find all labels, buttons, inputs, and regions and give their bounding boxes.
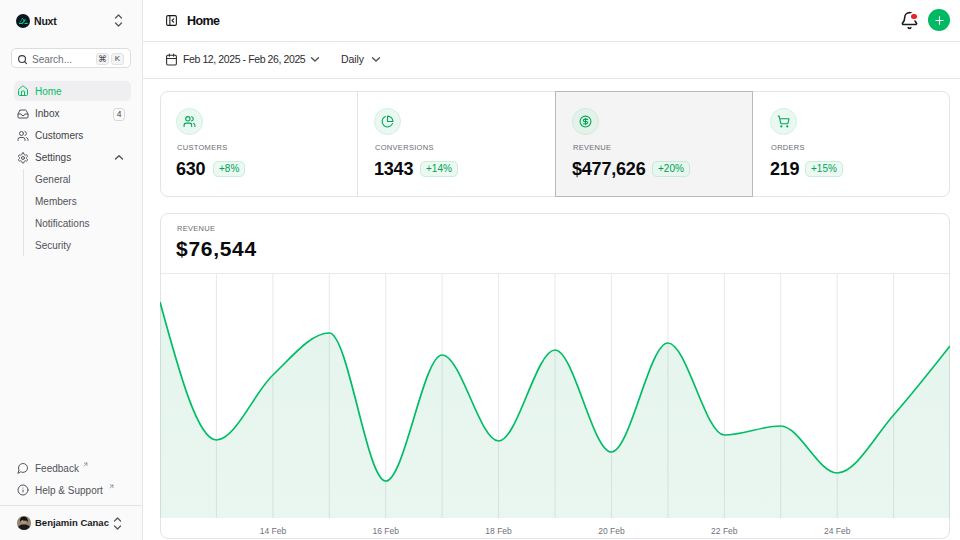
svg-text:18 Feb: 18 Feb <box>485 526 512 536</box>
svg-text:16 Feb: 16 Feb <box>372 526 399 536</box>
svg-text:14 Feb: 14 Feb <box>260 526 287 536</box>
svg-text:24 Feb: 24 Feb <box>824 526 851 536</box>
svg-text:20 Feb: 20 Feb <box>598 526 625 536</box>
svg-text:22 Feb: 22 Feb <box>711 526 738 536</box>
